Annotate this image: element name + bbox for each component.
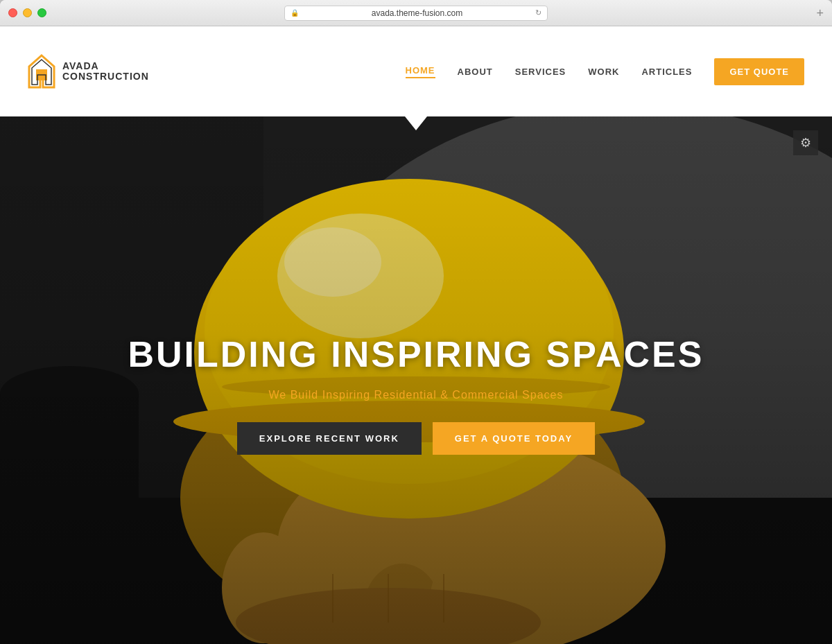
minimize-button[interactable] [23, 8, 32, 17]
navbar: AVADA CONSTRUCTION HOME ABOUT SERVICES W… [0, 26, 832, 116]
chevron-down-icon [405, 116, 427, 130]
hero-section: BUILDING INSPIRING SPACES We Build Inspi… [0, 116, 832, 644]
address-bar[interactable]: 🔒 avada.theme-fusion.com ↻ [284, 6, 548, 21]
explore-work-button[interactable]: EXPLORE RECENT WORK [237, 422, 422, 455]
get-quote-hero-button[interactable]: GET A QUOTE TODAY [433, 422, 595, 455]
hero-title: BUILDING INSPIRING SPACES [128, 333, 704, 375]
nav-item-home[interactable]: HOME [406, 65, 435, 78]
new-tab-button[interactable]: + [816, 7, 824, 19]
hero-content: BUILDING INSPIRING SPACES We Build Inspi… [128, 333, 704, 455]
logo-text: AVADA CONSTRUCTION [62, 61, 149, 82]
logo: AVADA CONSTRUCTION [28, 54, 149, 89]
get-quote-nav-button[interactable]: GET QUOTE [714, 58, 804, 85]
hero-buttons: EXPLORE RECENT WORK GET A QUOTE TODAY [237, 422, 595, 455]
nav-item-services[interactable]: SERVICES [515, 67, 566, 77]
lock-icon: 🔒 [291, 9, 299, 17]
refresh-icon[interactable]: ↻ [535, 8, 541, 17]
settings-gear-button[interactable]: ⚙ [793, 130, 818, 155]
logo-icon [28, 54, 55, 89]
mac-titlebar: 🔒 avada.theme-fusion.com ↻ + [0, 0, 832, 26]
url-text: avada.theme-fusion.com [303, 8, 531, 18]
logo-avada: AVADA [62, 61, 149, 71]
logo-construction: CONSTRUCTION [62, 71, 149, 82]
mac-window: 🔒 avada.theme-fusion.com ↻ + AVADA [0, 0, 832, 644]
nav-item-about[interactable]: ABOUT [458, 67, 493, 77]
nav-item-work[interactable]: WORK [588, 67, 619, 77]
nav-item-articles[interactable]: ARTICLES [641, 67, 692, 77]
gear-icon: ⚙ [800, 135, 811, 150]
nav-menu: HOME ABOUT SERVICES WORK ARTICLES GET QU… [406, 58, 804, 85]
window-controls [8, 8, 46, 17]
website-content: AVADA CONSTRUCTION HOME ABOUT SERVICES W… [0, 26, 832, 644]
close-button[interactable] [8, 8, 17, 17]
maximize-button[interactable] [37, 8, 46, 17]
hero-subtitle: We Build Inspiring Residential & Commerc… [269, 389, 564, 401]
